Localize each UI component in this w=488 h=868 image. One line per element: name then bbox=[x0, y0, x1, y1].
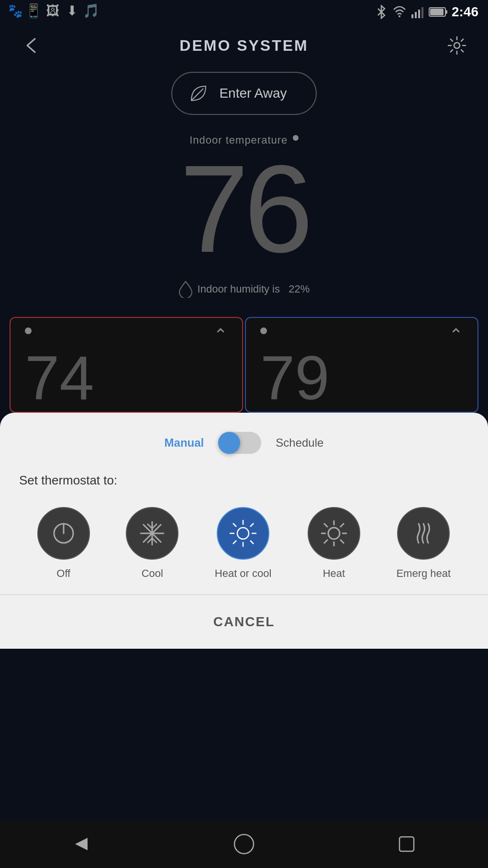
svg-line-30 bbox=[233, 523, 236, 527]
cool-label: Cool bbox=[142, 567, 163, 580]
svg-text:🐾: 🐾 bbox=[10, 3, 23, 19]
nav-back-triangle-icon bbox=[69, 832, 93, 856]
battery-icon bbox=[429, 6, 448, 18]
option-heat-or-cool[interactable]: Heat or cool bbox=[215, 507, 272, 580]
svg-text:🎵: 🎵 bbox=[83, 3, 100, 19]
svg-line-32 bbox=[250, 523, 254, 527]
heat-label: Heat bbox=[323, 567, 345, 580]
bottom-sheet: Manual Schedule Set thermostat to: Off bbox=[0, 413, 488, 649]
snowflake-icon bbox=[138, 519, 166, 548]
toggle-thumb bbox=[218, 432, 240, 454]
emerg-heat-label: Emerg heat bbox=[396, 567, 451, 580]
cool-card[interactable]: ⌃ 79 bbox=[245, 317, 478, 413]
enter-away-label: Enter Away bbox=[219, 86, 287, 101]
svg-text:⬇: ⬇ bbox=[67, 3, 78, 18]
power-icon bbox=[49, 519, 78, 548]
nav-bar bbox=[0, 820, 488, 868]
nav-recent-square-icon bbox=[395, 832, 419, 856]
schedule-label: Schedule bbox=[276, 436, 323, 450]
leaf-icon bbox=[187, 81, 211, 105]
heat-or-cool-circle bbox=[217, 507, 269, 560]
svg-point-5 bbox=[399, 15, 400, 17]
svg-line-39 bbox=[324, 523, 328, 527]
header-title: DEMO SYSTEM bbox=[179, 37, 308, 55]
svg-text:📱: 📱 bbox=[25, 3, 42, 19]
off-circle bbox=[37, 507, 90, 560]
svg-point-25 bbox=[237, 528, 249, 539]
svg-point-13 bbox=[454, 43, 460, 48]
svg-line-14 bbox=[191, 89, 203, 101]
sun-icon bbox=[319, 519, 349, 548]
set-thermostat-label: Set thermostat to: bbox=[19, 473, 469, 488]
heat-card[interactable]: ⌃ 74 bbox=[10, 317, 243, 413]
humidity-label-text: Indoor humidity is bbox=[198, 283, 280, 295]
status-left-icons: 🐾 📱 🖼 ⬇ 🎵 bbox=[10, 2, 105, 22]
humidity-section: Indoor humidity is 22% bbox=[0, 276, 488, 317]
heat-or-cool-label: Heat or cool bbox=[215, 567, 272, 580]
svg-rect-8 bbox=[418, 10, 420, 18]
heat-or-cool-icon bbox=[228, 518, 259, 549]
settings-button[interactable] bbox=[445, 34, 469, 57]
temperature-value: 76 bbox=[0, 147, 488, 271]
option-heat[interactable]: Heat bbox=[308, 507, 360, 580]
mode-toggle[interactable] bbox=[218, 432, 261, 454]
heat-card-dot bbox=[25, 327, 32, 334]
cool-circle bbox=[126, 507, 178, 560]
humidity-drop-icon bbox=[178, 281, 193, 298]
svg-point-34 bbox=[328, 528, 340, 539]
svg-line-33 bbox=[233, 541, 236, 544]
nav-back-button[interactable] bbox=[62, 825, 100, 863]
steam-icon bbox=[409, 519, 438, 548]
wifi-icon bbox=[392, 5, 407, 19]
thermostat-cards: ⌃ 74 ⌃ 79 bbox=[0, 317, 488, 413]
away-section: Enter Away bbox=[0, 67, 488, 129]
heat-card-temp: 74 bbox=[25, 347, 94, 409]
option-emerg-heat[interactable]: Emerg heat bbox=[396, 507, 451, 580]
heat-circle bbox=[308, 507, 360, 560]
humidity-label: Indoor humidity is 22% bbox=[198, 283, 310, 295]
bluetooth-icon bbox=[374, 5, 388, 19]
svg-rect-9 bbox=[421, 7, 423, 18]
svg-line-31 bbox=[250, 541, 254, 544]
signal-icon bbox=[410, 5, 425, 19]
nav-home-button[interactable] bbox=[225, 825, 263, 863]
option-off[interactable]: Off bbox=[37, 507, 90, 580]
back-button[interactable] bbox=[19, 34, 43, 57]
status-bar: 🐾 📱 🖼 ⬇ 🎵 2:46 bbox=[0, 0, 488, 24]
status-time: 2:46 bbox=[452, 4, 478, 20]
svg-rect-6 bbox=[411, 14, 413, 18]
back-icon bbox=[22, 36, 41, 55]
cool-card-temp: 79 bbox=[260, 347, 330, 409]
option-cool[interactable]: Cool bbox=[126, 507, 178, 580]
svg-rect-7 bbox=[415, 12, 417, 18]
status-right-icons: 2:46 bbox=[374, 4, 478, 20]
svg-rect-11 bbox=[445, 10, 447, 14]
manual-label: Manual bbox=[165, 436, 204, 450]
nav-home-circle-icon bbox=[232, 832, 256, 856]
enter-away-button[interactable]: Enter Away bbox=[171, 72, 316, 115]
svg-line-41 bbox=[340, 523, 344, 527]
svg-line-40 bbox=[340, 540, 344, 543]
svg-rect-45 bbox=[399, 837, 414, 851]
nav-recent-button[interactable] bbox=[388, 825, 426, 863]
temperature-section: Indoor temperature 76 bbox=[0, 129, 488, 276]
svg-rect-12 bbox=[430, 9, 444, 15]
thermostat-options: Off Cool bbox=[19, 502, 469, 594]
svg-marker-43 bbox=[75, 838, 88, 850]
cool-card-arrow: ⌃ bbox=[449, 325, 463, 345]
off-label: Off bbox=[56, 567, 70, 580]
svg-line-42 bbox=[324, 540, 328, 543]
heat-card-arrow: ⌃ bbox=[213, 325, 228, 345]
cool-card-dot bbox=[260, 327, 267, 334]
header: DEMO SYSTEM bbox=[0, 24, 488, 67]
svg-point-44 bbox=[234, 834, 254, 854]
settings-icon bbox=[446, 35, 467, 56]
svg-text:🖼: 🖼 bbox=[46, 3, 59, 18]
mode-toggle-row: Manual Schedule bbox=[19, 432, 469, 454]
cancel-button[interactable]: CANCEL bbox=[19, 595, 469, 649]
emerg-heat-circle bbox=[397, 507, 450, 560]
humidity-value: 22% bbox=[288, 283, 310, 295]
status-app-icons: 🐾 📱 🖼 ⬇ 🎵 bbox=[10, 2, 105, 22]
